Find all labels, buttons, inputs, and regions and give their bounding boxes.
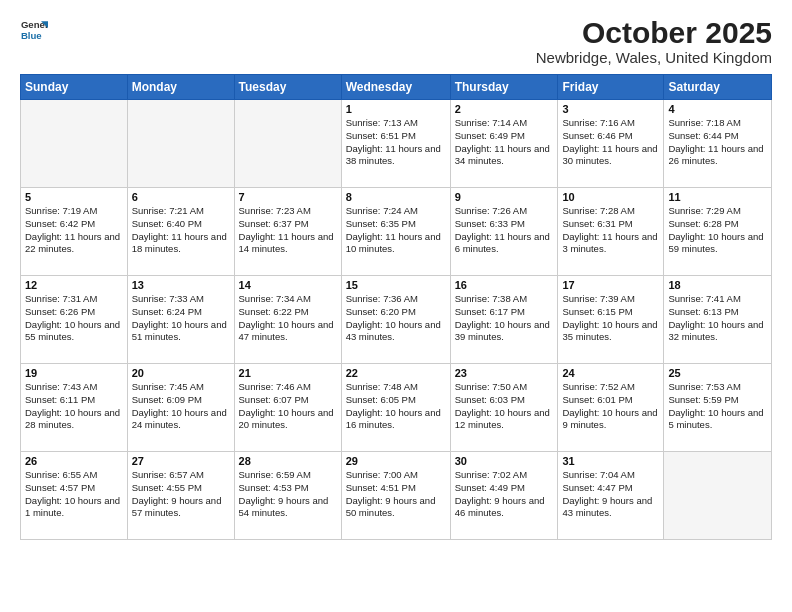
calendar-cell: 8Sunrise: 7:24 AMSunset: 6:35 PMDaylight…: [341, 188, 450, 276]
day-info: Sunrise: 7:48 AMSunset: 6:05 PMDaylight:…: [346, 381, 446, 432]
header: General Blue October 2025 Newbridge, Wal…: [20, 16, 772, 66]
calendar-cell: 19Sunrise: 7:43 AMSunset: 6:11 PMDayligh…: [21, 364, 128, 452]
day-info: Sunrise: 7:41 AMSunset: 6:13 PMDaylight:…: [668, 293, 767, 344]
day-info: Sunrise: 7:52 AMSunset: 6:01 PMDaylight:…: [562, 381, 659, 432]
calendar-cell: 9Sunrise: 7:26 AMSunset: 6:33 PMDaylight…: [450, 188, 558, 276]
day-info: Sunrise: 7:04 AMSunset: 4:47 PMDaylight:…: [562, 469, 659, 520]
week-row-2: 5Sunrise: 7:19 AMSunset: 6:42 PMDaylight…: [21, 188, 772, 276]
week-row-4: 19Sunrise: 7:43 AMSunset: 6:11 PMDayligh…: [21, 364, 772, 452]
calendar-cell: 14Sunrise: 7:34 AMSunset: 6:22 PMDayligh…: [234, 276, 341, 364]
calendar-cell: [127, 100, 234, 188]
day-number: 9: [455, 191, 554, 203]
day-number: 31: [562, 455, 659, 467]
week-row-1: 1Sunrise: 7:13 AMSunset: 6:51 PMDaylight…: [21, 100, 772, 188]
calendar-cell: 27Sunrise: 6:57 AMSunset: 4:55 PMDayligh…: [127, 452, 234, 540]
day-number: 8: [346, 191, 446, 203]
calendar-table: Sunday Monday Tuesday Wednesday Thursday…: [20, 74, 772, 540]
day-number: 14: [239, 279, 337, 291]
day-info: Sunrise: 7:53 AMSunset: 5:59 PMDaylight:…: [668, 381, 767, 432]
day-info: Sunrise: 7:21 AMSunset: 6:40 PMDaylight:…: [132, 205, 230, 256]
day-info: Sunrise: 7:02 AMSunset: 4:49 PMDaylight:…: [455, 469, 554, 520]
calendar-cell: 7Sunrise: 7:23 AMSunset: 6:37 PMDaylight…: [234, 188, 341, 276]
calendar-cell: 16Sunrise: 7:38 AMSunset: 6:17 PMDayligh…: [450, 276, 558, 364]
svg-text:General: General: [21, 19, 48, 30]
day-info: Sunrise: 7:39 AMSunset: 6:15 PMDaylight:…: [562, 293, 659, 344]
day-info: Sunrise: 6:55 AMSunset: 4:57 PMDaylight:…: [25, 469, 123, 520]
day-info: Sunrise: 7:46 AMSunset: 6:07 PMDaylight:…: [239, 381, 337, 432]
calendar-cell: 6Sunrise: 7:21 AMSunset: 6:40 PMDaylight…: [127, 188, 234, 276]
calendar-cell: 17Sunrise: 7:39 AMSunset: 6:15 PMDayligh…: [558, 276, 664, 364]
calendar-cell: 10Sunrise: 7:28 AMSunset: 6:31 PMDayligh…: [558, 188, 664, 276]
day-number: 1: [346, 103, 446, 115]
day-number: 19: [25, 367, 123, 379]
calendar-cell: 1Sunrise: 7:13 AMSunset: 6:51 PMDaylight…: [341, 100, 450, 188]
calendar-cell: 12Sunrise: 7:31 AMSunset: 6:26 PMDayligh…: [21, 276, 128, 364]
calendar-cell: 21Sunrise: 7:46 AMSunset: 6:07 PMDayligh…: [234, 364, 341, 452]
svg-text:Blue: Blue: [21, 30, 42, 41]
day-info: Sunrise: 7:26 AMSunset: 6:33 PMDaylight:…: [455, 205, 554, 256]
calendar-header-row: Sunday Monday Tuesday Wednesday Thursday…: [21, 75, 772, 100]
col-tuesday: Tuesday: [234, 75, 341, 100]
day-info: Sunrise: 7:38 AMSunset: 6:17 PMDaylight:…: [455, 293, 554, 344]
col-monday: Monday: [127, 75, 234, 100]
day-number: 26: [25, 455, 123, 467]
title-block: October 2025 Newbridge, Wales, United Ki…: [536, 16, 772, 66]
calendar-cell: 2Sunrise: 7:14 AMSunset: 6:49 PMDaylight…: [450, 100, 558, 188]
day-info: Sunrise: 7:36 AMSunset: 6:20 PMDaylight:…: [346, 293, 446, 344]
calendar-cell: 22Sunrise: 7:48 AMSunset: 6:05 PMDayligh…: [341, 364, 450, 452]
col-sunday: Sunday: [21, 75, 128, 100]
day-number: 24: [562, 367, 659, 379]
day-info: Sunrise: 7:18 AMSunset: 6:44 PMDaylight:…: [668, 117, 767, 168]
calendar-cell: 30Sunrise: 7:02 AMSunset: 4:49 PMDayligh…: [450, 452, 558, 540]
col-friday: Friday: [558, 75, 664, 100]
day-number: 17: [562, 279, 659, 291]
day-number: 5: [25, 191, 123, 203]
day-number: 27: [132, 455, 230, 467]
day-info: Sunrise: 7:14 AMSunset: 6:49 PMDaylight:…: [455, 117, 554, 168]
calendar-cell: 3Sunrise: 7:16 AMSunset: 6:46 PMDaylight…: [558, 100, 664, 188]
day-info: Sunrise: 7:23 AMSunset: 6:37 PMDaylight:…: [239, 205, 337, 256]
day-number: 4: [668, 103, 767, 115]
day-number: 16: [455, 279, 554, 291]
calendar-cell: [21, 100, 128, 188]
day-info: Sunrise: 7:16 AMSunset: 6:46 PMDaylight:…: [562, 117, 659, 168]
calendar-cell: 11Sunrise: 7:29 AMSunset: 6:28 PMDayligh…: [664, 188, 772, 276]
calendar-cell: 26Sunrise: 6:55 AMSunset: 4:57 PMDayligh…: [21, 452, 128, 540]
page: General Blue October 2025 Newbridge, Wal…: [0, 0, 792, 612]
day-info: Sunrise: 7:24 AMSunset: 6:35 PMDaylight:…: [346, 205, 446, 256]
week-row-3: 12Sunrise: 7:31 AMSunset: 6:26 PMDayligh…: [21, 276, 772, 364]
calendar-cell: 4Sunrise: 7:18 AMSunset: 6:44 PMDaylight…: [664, 100, 772, 188]
day-info: Sunrise: 7:31 AMSunset: 6:26 PMDaylight:…: [25, 293, 123, 344]
calendar-cell: 13Sunrise: 7:33 AMSunset: 6:24 PMDayligh…: [127, 276, 234, 364]
calendar-cell: 25Sunrise: 7:53 AMSunset: 5:59 PMDayligh…: [664, 364, 772, 452]
day-number: 28: [239, 455, 337, 467]
logo: General Blue: [20, 16, 50, 44]
day-info: Sunrise: 7:43 AMSunset: 6:11 PMDaylight:…: [25, 381, 123, 432]
calendar-cell: 23Sunrise: 7:50 AMSunset: 6:03 PMDayligh…: [450, 364, 558, 452]
day-info: Sunrise: 7:34 AMSunset: 6:22 PMDaylight:…: [239, 293, 337, 344]
day-number: 13: [132, 279, 230, 291]
day-number: 29: [346, 455, 446, 467]
day-info: Sunrise: 7:33 AMSunset: 6:24 PMDaylight:…: [132, 293, 230, 344]
calendar-cell: 31Sunrise: 7:04 AMSunset: 4:47 PMDayligh…: [558, 452, 664, 540]
calendar-cell: 29Sunrise: 7:00 AMSunset: 4:51 PMDayligh…: [341, 452, 450, 540]
day-info: Sunrise: 7:19 AMSunset: 6:42 PMDaylight:…: [25, 205, 123, 256]
day-info: Sunrise: 7:29 AMSunset: 6:28 PMDaylight:…: [668, 205, 767, 256]
day-info: Sunrise: 7:50 AMSunset: 6:03 PMDaylight:…: [455, 381, 554, 432]
day-number: 30: [455, 455, 554, 467]
day-number: 7: [239, 191, 337, 203]
day-number: 21: [239, 367, 337, 379]
day-info: Sunrise: 7:45 AMSunset: 6:09 PMDaylight:…: [132, 381, 230, 432]
day-number: 22: [346, 367, 446, 379]
col-thursday: Thursday: [450, 75, 558, 100]
calendar-cell: 28Sunrise: 6:59 AMSunset: 4:53 PMDayligh…: [234, 452, 341, 540]
calendar-cell: 24Sunrise: 7:52 AMSunset: 6:01 PMDayligh…: [558, 364, 664, 452]
week-row-5: 26Sunrise: 6:55 AMSunset: 4:57 PMDayligh…: [21, 452, 772, 540]
calendar-title: October 2025: [536, 16, 772, 49]
day-number: 12: [25, 279, 123, 291]
day-number: 25: [668, 367, 767, 379]
calendar-subtitle: Newbridge, Wales, United Kingdom: [536, 49, 772, 66]
day-number: 23: [455, 367, 554, 379]
day-info: Sunrise: 7:28 AMSunset: 6:31 PMDaylight:…: [562, 205, 659, 256]
day-number: 15: [346, 279, 446, 291]
